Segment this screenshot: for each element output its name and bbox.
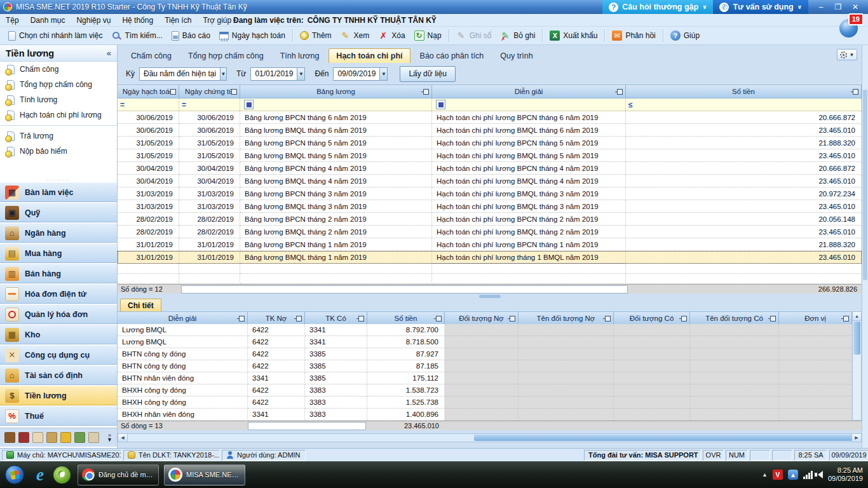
filter-cell[interactable]: =	[118, 98, 179, 111]
report-button[interactable]: Báo cáo	[167, 28, 215, 43]
table-row[interactable]: Lương BMQL642233418.718.500	[118, 336, 852, 348]
table-row[interactable]: 28/02/201928/02/2019Bảng lương BPCN thán…	[118, 213, 862, 226]
pin-icon[interactable]	[841, 316, 849, 322]
module-item[interactable]: $Tiền lương	[0, 386, 117, 405]
table-row[interactable]: 31/01/201931/01/2019Bảng lương BMQL thán…	[118, 251, 862, 264]
table-row[interactable]: BHXH công ty đóng642233831.538.723	[118, 384, 852, 396]
table-row[interactable]: BHTN nhân viên đóng33413385175.112	[118, 372, 852, 384]
table-row[interactable]: 30/04/201930/04/2019Bảng lương BPCN thán…	[118, 162, 862, 175]
filter-cell[interactable]	[240, 98, 432, 111]
shortcut-icon-6[interactable]	[74, 432, 85, 443]
bottom-hscrollbar[interactable]: ◀ ▶	[118, 433, 862, 442]
expand-shortcuts-icon[interactable]: ▼	[107, 438, 112, 442]
table-row[interactable]: 30/04/201930/04/2019Bảng lương BMQL thán…	[118, 175, 862, 187]
sidebar-item[interactable]: Chấm công	[0, 62, 117, 77]
menu-item[interactable]: Nghiệp vụ	[71, 14, 116, 26]
menu-item[interactable]: Danh mục	[25, 14, 71, 26]
from-date-input[interactable]: 01/01/2019 ▼	[250, 67, 305, 81]
chrome-taskbar-button[interactable]: Đăng chủ đề mới ...	[78, 464, 159, 485]
sidebar-splitter-handle[interactable]: .........	[0, 177, 117, 181]
column-header[interactable]: Bảng lương	[240, 85, 432, 98]
table-row[interactable]: 31/03/201931/03/2019Bảng lương BMQL thán…	[118, 200, 862, 213]
to-date-input[interactable]: 09/09/2019 ▼	[333, 67, 388, 81]
taskbar-clock[interactable]: 8:25 AM 09/09/2019	[828, 466, 863, 483]
column-header[interactable]: Diễn giải	[432, 85, 626, 98]
tab-item[interactable]: Tính lương	[273, 48, 327, 63]
pin-icon[interactable]	[294, 316, 302, 322]
shortcut-icon-3[interactable]	[32, 432, 43, 443]
pin-icon[interactable]	[237, 316, 245, 322]
pin-icon[interactable]	[356, 316, 364, 322]
start-button[interactable]	[5, 465, 24, 484]
unpost-button[interactable]: Bỏ ghi	[496, 28, 539, 43]
close-button[interactable]: ✕	[848, 3, 863, 12]
shortcut-icon-2[interactable]	[18, 432, 29, 443]
menu-item[interactable]: Tệp	[0, 14, 25, 26]
tab-item[interactable]: Báo cáo phân tích	[413, 48, 491, 63]
minimize-button[interactable]: –	[813, 3, 829, 12]
pin-icon[interactable]	[768, 316, 776, 322]
dropdown-arrow-icon[interactable]: ▼	[220, 68, 226, 80]
filter-cell[interactable]	[432, 98, 626, 111]
table-row[interactable]: 31/05/201931/05/2019Bảng lương BMQL thán…	[118, 149, 862, 162]
filter-cell[interactable]: ≤	[626, 98, 862, 111]
scroll-up-icon[interactable]: ▲	[853, 312, 861, 321]
shortcut-icon-4[interactable]	[46, 432, 57, 443]
menu-item[interactable]: Trợ giúp	[197, 14, 237, 26]
shortcut-icon-5[interactable]	[60, 432, 71, 443]
tab-item[interactable]: Quy trình	[493, 48, 539, 63]
column-header[interactable]: Ngày hạch toán	[118, 85, 179, 98]
shortcut-icon-1[interactable]	[4, 432, 15, 443]
network-icon[interactable]	[803, 471, 813, 479]
calendar-button[interactable]: Ngày hạch toán	[215, 28, 290, 43]
table-row[interactable]: 31/01/201931/01/2019Bảng lương BPCN thán…	[118, 238, 862, 251]
module-item[interactable]: Quản lý hóa đơn	[0, 304, 117, 324]
load-data-button[interactable]: Lấy dữ liệu	[400, 66, 455, 82]
scroll-right-icon[interactable]: ▶	[851, 434, 861, 442]
scroll-left-icon[interactable]: ◀	[118, 434, 128, 442]
column-header[interactable]: Số tiền	[626, 85, 862, 98]
column-header[interactable]: Đối tượng Nợ	[445, 311, 519, 325]
module-item[interactable]: Hóa đơn điện tử	[0, 284, 117, 304]
scrollbar-thumb[interactable]	[863, 90, 867, 280]
pin-icon[interactable]	[168, 89, 176, 95]
module-item[interactable]: ▤Mua hàng	[0, 243, 117, 263]
table-row[interactable]: 30/06/201930/06/2019Bảng lương BPCN thán…	[118, 111, 862, 124]
menu-item[interactable]: Hệ thống	[116, 14, 159, 26]
sidebar-item[interactable]: Trả lương	[0, 128, 117, 144]
pin-icon[interactable]	[434, 316, 442, 322]
collapse-icon[interactable]: «	[107, 48, 111, 58]
misa-taskbar-button[interactable]: MISA SME.NET 20...	[164, 464, 245, 485]
cloud-app-icon[interactable]: ▲	[788, 470, 798, 480]
sidebar-item[interactable]: Nộp bảo hiểm	[0, 144, 117, 159]
dropdown-arrow-icon[interactable]: ▼	[379, 68, 387, 80]
excel-button[interactable]: Xuất khẩu	[545, 28, 602, 43]
table-row[interactable]: 30/06/201930/06/2019Bảng lương BMQL thán…	[118, 124, 862, 137]
dropdown-arrow-icon[interactable]: ▼	[297, 68, 304, 80]
table-row[interactable]: BHTN công ty đóng6422338587.927	[118, 348, 852, 360]
module-item[interactable]: ✕Công cụ dụng cụ	[0, 345, 117, 365]
faq-button[interactable]: ? Câu hỏi thường gặp ∨	[602, 0, 713, 14]
filter-button-icon[interactable]	[244, 100, 254, 109]
pin-icon[interactable]	[851, 89, 858, 95]
pin-icon[interactable]	[615, 89, 623, 95]
table-row[interactable]: Lương BMQL642233418.792.700	[118, 324, 852, 336]
pin-icon[interactable]	[679, 316, 687, 322]
sidebar-item[interactable]: Tổng hợp chấm công	[0, 77, 117, 92]
notification-widget[interactable]: 19	[839, 16, 861, 37]
column-header[interactable]: Đơn vị	[779, 311, 852, 325]
scrollbar-thumb[interactable]	[474, 435, 852, 441]
period-select[interactable]: Đầu năm đến hiện tại ▼	[139, 67, 227, 81]
module-item[interactable]: ⌂Tài sản cố định	[0, 365, 117, 385]
table-row[interactable]: 31/03/201931/03/2019Bảng lương BPCN thán…	[118, 187, 862, 200]
column-header[interactable]: Diễn giải	[118, 311, 248, 325]
column-header[interactable]: Ngày chứng từ	[179, 85, 240, 98]
column-header[interactable]: TK Có	[305, 311, 367, 325]
column-header[interactable]: Số tiền	[367, 311, 445, 325]
detail-tab[interactable]: Chi tiết	[120, 299, 161, 311]
grid-splitter[interactable]	[118, 294, 862, 299]
module-item[interactable]: ▦Bàn làm việc	[0, 182, 117, 202]
tab-item[interactable]: Chấm công	[124, 48, 179, 63]
feedback-button[interactable]: Phản hồi	[607, 28, 660, 43]
table-row[interactable]: 31/05/201931/05/2019Bảng lương BPCN thán…	[118, 137, 862, 149]
